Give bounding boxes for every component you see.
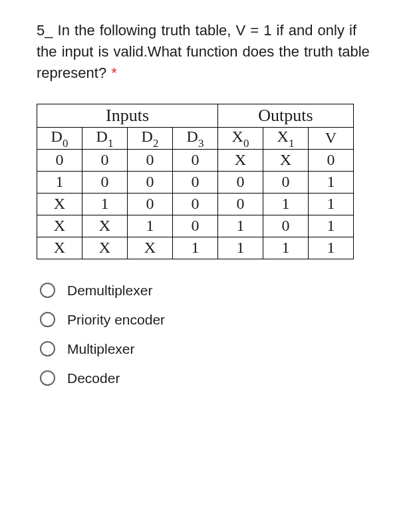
required-asterisk: * bbox=[111, 65, 117, 81]
cell: 1 bbox=[218, 215, 263, 237]
option-multiplexer[interactable]: Multiplexer bbox=[40, 341, 380, 357]
cell: 0 bbox=[218, 171, 263, 193]
cell: 1 bbox=[263, 237, 309, 259]
col-v: V bbox=[309, 127, 354, 149]
radio-icon bbox=[40, 341, 55, 356]
option-label: Multiplexer bbox=[67, 341, 135, 357]
radio-icon bbox=[40, 370, 55, 386]
col-d2: D2 bbox=[128, 127, 173, 149]
cell: 1 bbox=[309, 237, 354, 259]
table-column-header-row: D0 D1 D2 D3 X0 X1 V bbox=[37, 127, 354, 149]
cell: 0 bbox=[309, 149, 354, 171]
cell: 0 bbox=[128, 149, 173, 171]
table-row: 1 0 0 0 0 0 1 bbox=[37, 171, 354, 193]
option-decoder[interactable]: Decoder bbox=[40, 370, 380, 386]
radio-icon bbox=[40, 283, 55, 298]
cell: X bbox=[128, 237, 173, 259]
inputs-header: Inputs bbox=[37, 104, 218, 127]
col-d0: D0 bbox=[37, 127, 82, 149]
cell: X bbox=[37, 215, 82, 237]
cell: 0 bbox=[173, 149, 218, 171]
options-group: Demultiplexer Priority encoder Multiplex… bbox=[40, 283, 380, 386]
cell: 0 bbox=[173, 171, 218, 193]
cell: 0 bbox=[218, 193, 263, 215]
cell: 0 bbox=[128, 193, 173, 215]
col-d1: D1 bbox=[82, 127, 128, 149]
cell: X bbox=[82, 237, 128, 259]
cell: 1 bbox=[263, 193, 309, 215]
col-x0: X0 bbox=[218, 127, 263, 149]
cell: 0 bbox=[263, 171, 309, 193]
cell: 1 bbox=[37, 171, 82, 193]
cell: 0 bbox=[82, 149, 128, 171]
question-body: 5_ In the following truth table, V = 1 i… bbox=[37, 22, 370, 81]
cell: 1 bbox=[128, 215, 173, 237]
cell: X bbox=[82, 215, 128, 237]
cell: 0 bbox=[173, 215, 218, 237]
col-x1: X1 bbox=[263, 127, 309, 149]
cell: 0 bbox=[128, 171, 173, 193]
cell: 1 bbox=[309, 193, 354, 215]
table-row: X 1 0 0 0 1 1 bbox=[37, 193, 354, 215]
option-priority-encoder[interactable]: Priority encoder bbox=[40, 312, 380, 328]
table-row: 0 0 0 0 X X 0 bbox=[37, 149, 354, 171]
cell: 1 bbox=[82, 193, 128, 215]
cell: 1 bbox=[218, 237, 263, 259]
option-demultiplexer[interactable]: Demultiplexer bbox=[40, 283, 380, 299]
cell: 1 bbox=[309, 215, 354, 237]
truth-table: Inputs Outputs D0 D1 D2 D3 X0 X1 V 0 0 0… bbox=[37, 104, 354, 259]
table-row: X X 1 0 1 0 1 bbox=[37, 215, 354, 237]
cell: X bbox=[218, 149, 263, 171]
outputs-header: Outputs bbox=[218, 104, 354, 127]
cell: X bbox=[37, 193, 82, 215]
cell: 0 bbox=[37, 149, 82, 171]
option-label: Priority encoder bbox=[67, 312, 165, 328]
cell: X bbox=[263, 149, 309, 171]
table-section-header-row: Inputs Outputs bbox=[37, 104, 354, 127]
cell: 1 bbox=[173, 237, 218, 259]
question-text: 5_ In the following truth table, V = 1 i… bbox=[37, 20, 380, 84]
option-label: Demultiplexer bbox=[67, 283, 152, 299]
col-d3: D3 bbox=[173, 127, 218, 149]
cell: 0 bbox=[173, 193, 218, 215]
cell: X bbox=[37, 237, 82, 259]
option-label: Decoder bbox=[67, 370, 120, 386]
cell: 1 bbox=[309, 171, 354, 193]
cell: 0 bbox=[263, 215, 309, 237]
table-row: X X X 1 1 1 1 bbox=[37, 237, 354, 259]
cell: 0 bbox=[82, 171, 128, 193]
radio-icon bbox=[40, 312, 55, 327]
